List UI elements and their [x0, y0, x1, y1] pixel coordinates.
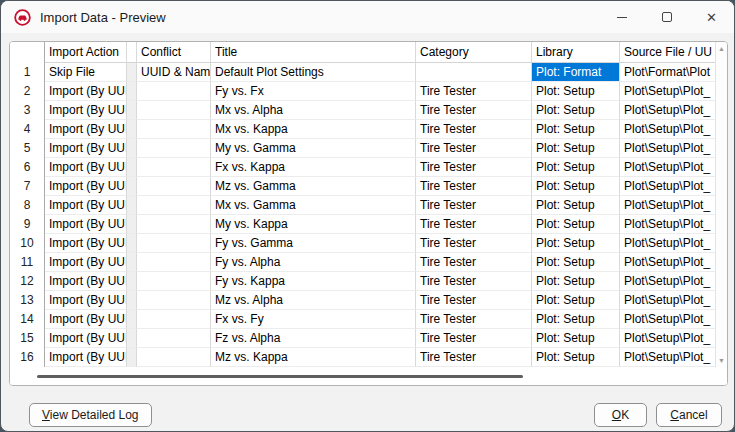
cell-conflict[interactable] — [137, 291, 211, 310]
cell-action-dropdown-strip[interactable] — [127, 101, 137, 120]
cell-title[interactable]: My vs. Gamma — [211, 139, 416, 158]
cell-conflict[interactable] — [137, 120, 211, 139]
cell-library[interactable]: Plot: Setup — [532, 291, 620, 310]
cell-source-file[interactable]: Plot\Setup\Plot_ — [620, 158, 715, 177]
cell-library[interactable]: Plot: Setup — [532, 215, 620, 234]
cell-import-action[interactable]: Import (By UUI — [45, 253, 127, 272]
horizontal-scrollbar[interactable] — [10, 367, 727, 385]
cell-library[interactable]: Plot: Setup — [532, 329, 620, 348]
cell-library[interactable]: Plot: Setup — [532, 158, 620, 177]
cell-title[interactable]: Mz vs. Gamma — [211, 177, 416, 196]
cell-conflict[interactable] — [137, 234, 211, 253]
cell-row-number[interactable]: 1 — [10, 63, 45, 82]
cell-source-file[interactable]: Plot\Setup\Plot_ — [620, 272, 715, 291]
cell-action-dropdown-strip[interactable] — [127, 253, 137, 272]
cell-row-number[interactable]: 4 — [10, 120, 45, 139]
cell-action-dropdown-strip[interactable] — [127, 291, 137, 310]
header-title[interactable]: Title — [211, 42, 416, 63]
cell-library[interactable]: Plot: Setup — [532, 82, 620, 101]
cell-library[interactable]: Plot: Setup — [532, 310, 620, 329]
cell-row-number[interactable]: 15 — [10, 329, 45, 348]
scroll-down-icon[interactable]: ▼ — [716, 357, 727, 364]
cell-action-dropdown-strip[interactable] — [127, 158, 137, 177]
cell-conflict[interactable] — [137, 158, 211, 177]
cell-title[interactable]: Fx vs. Kappa — [211, 158, 416, 177]
cell-library[interactable]: Plot: Setup — [532, 101, 620, 120]
cell-category[interactable]: Tire Tester — [416, 329, 532, 348]
cell-action-dropdown-strip[interactable] — [127, 310, 137, 329]
cell-title[interactable]: Default Plot Settings — [211, 63, 416, 82]
header-source-file[interactable]: Source File / UU — [620, 42, 715, 63]
cell-title[interactable]: Fy vs. Gamma — [211, 234, 416, 253]
cell-category[interactable]: Tire Tester — [416, 272, 532, 291]
cell-library[interactable]: Plot: Setup — [532, 253, 620, 272]
header-import-action[interactable]: Import Action — [45, 42, 127, 63]
header-category[interactable]: Category — [416, 42, 532, 63]
cell-import-action[interactable]: Import (By UUI — [45, 139, 127, 158]
cell-category[interactable]: Tire Tester — [416, 253, 532, 272]
cell-category[interactable]: Tire Tester — [416, 215, 532, 234]
horizontal-scroll-thumb[interactable] — [37, 375, 523, 378]
cell-conflict[interactable] — [137, 82, 211, 101]
close-button[interactable]: ✕ — [689, 1, 734, 33]
cell-import-action[interactable]: Import (By UUI — [45, 329, 127, 348]
cell-source-file[interactable]: Plot\Setup\Plot_ — [620, 234, 715, 253]
cell-import-action[interactable]: Import (By UUI — [45, 101, 127, 120]
cell-category[interactable]: Tire Tester — [416, 139, 532, 158]
cell-conflict[interactable] — [137, 253, 211, 272]
cell-row-number[interactable]: 2 — [10, 82, 45, 101]
cell-category[interactable]: Tire Tester — [416, 310, 532, 329]
cell-action-dropdown-strip[interactable] — [127, 215, 137, 234]
cell-source-file[interactable]: Plot\Setup\Plot_ — [620, 82, 715, 101]
cell-row-number[interactable]: 12 — [10, 272, 45, 291]
cell-action-dropdown-strip[interactable] — [127, 272, 137, 291]
cell-title[interactable]: Mx vs. Kappa — [211, 120, 416, 139]
cell-source-file[interactable]: Plot\Setup\Plot_ — [620, 215, 715, 234]
cell-row-number[interactable]: 13 — [10, 291, 45, 310]
cell-row-number[interactable]: 7 — [10, 177, 45, 196]
cell-library[interactable]: Plot: Setup — [532, 272, 620, 291]
cell-source-file[interactable]: Plot\Setup\Plot_ — [620, 291, 715, 310]
cell-import-action[interactable]: Import (By UUI — [45, 291, 127, 310]
cell-library[interactable]: Plot: Setup — [532, 139, 620, 158]
cell-library[interactable]: Plot: Setup — [532, 196, 620, 215]
cell-source-file[interactable]: Plot\Setup\Plot_ — [620, 196, 715, 215]
cell-action-dropdown-strip[interactable] — [127, 120, 137, 139]
cell-title[interactable]: Fx vs. Fy — [211, 310, 416, 329]
cell-title[interactable]: Fz vs. Alpha — [211, 329, 416, 348]
cell-conflict[interactable]: UUID & Name — [137, 63, 211, 82]
cell-library[interactable]: Plot: Setup — [532, 177, 620, 196]
scroll-up-icon[interactable]: ▲ — [716, 45, 727, 52]
cancel-button[interactable]: Cancel — [656, 403, 722, 427]
maximize-button[interactable] — [644, 1, 689, 33]
cell-title[interactable]: Mx vs. Gamma — [211, 196, 416, 215]
cell-row-number[interactable]: 6 — [10, 158, 45, 177]
cell-row-number[interactable]: 14 — [10, 310, 45, 329]
cell-source-file[interactable]: Plot\Setup\Plot_ — [620, 253, 715, 272]
cell-import-action[interactable]: Import (By UUI — [45, 177, 127, 196]
cell-import-action[interactable]: Import (By UUI — [45, 158, 127, 177]
cell-library[interactable]: Plot: Setup — [532, 120, 620, 139]
cell-category[interactable]: Tire Tester — [416, 82, 532, 101]
cell-category[interactable]: Tire Tester — [416, 196, 532, 215]
cell-library[interactable]: Plot: Format — [532, 63, 620, 82]
cell-import-action[interactable]: Import (By UUI — [45, 196, 127, 215]
cell-import-action[interactable]: Import (By UUI — [45, 310, 127, 329]
cell-row-number[interactable]: 11 — [10, 253, 45, 272]
cell-source-file[interactable]: Plot\Setup\Plot_ — [620, 348, 715, 367]
cell-import-action[interactable]: Import (By UUI — [45, 215, 127, 234]
cell-action-dropdown-strip[interactable] — [127, 177, 137, 196]
cell-row-number[interactable]: 10 — [10, 234, 45, 253]
cell-row-number[interactable]: 5 — [10, 139, 45, 158]
cell-action-dropdown-strip[interactable] — [127, 329, 137, 348]
cell-conflict[interactable] — [137, 348, 211, 367]
cell-conflict[interactable] — [137, 139, 211, 158]
cell-action-dropdown-strip[interactable] — [127, 139, 137, 158]
cell-title[interactable]: Mz vs. Alpha — [211, 291, 416, 310]
cell-conflict[interactable] — [137, 177, 211, 196]
cell-library[interactable]: Plot: Setup — [532, 234, 620, 253]
cell-title[interactable]: My vs. Kappa — [211, 215, 416, 234]
cell-source-file[interactable]: Plot\Setup\Plot_ — [620, 120, 715, 139]
cell-category[interactable]: Tire Tester — [416, 234, 532, 253]
cell-source-file[interactable]: Plot\Setup\Plot_ — [620, 329, 715, 348]
